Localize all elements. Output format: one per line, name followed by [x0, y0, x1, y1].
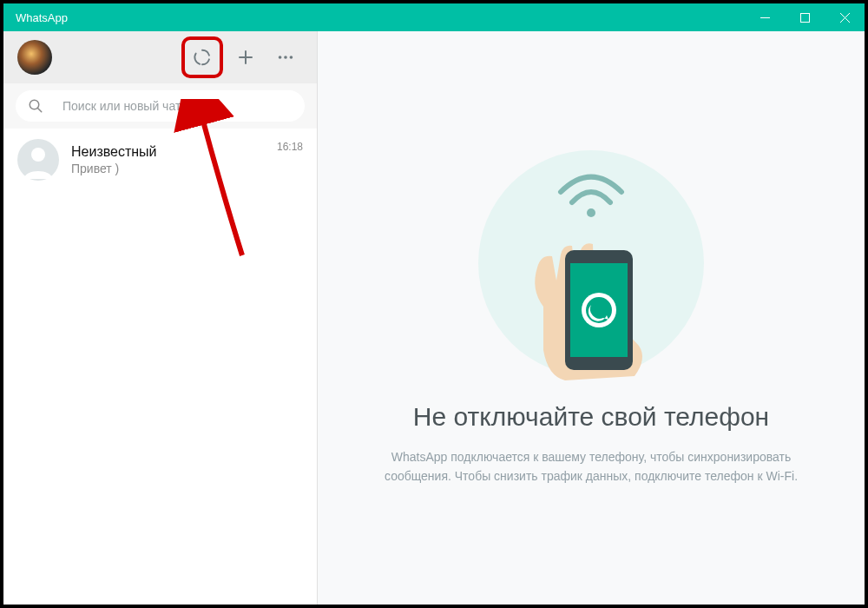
window-controls	[745, 3, 865, 31]
menu-button[interactable]	[268, 40, 303, 75]
svg-line-10	[37, 108, 42, 112]
chat-time: 16:18	[277, 141, 303, 153]
person-icon	[17, 139, 59, 181]
empty-subtext: WhatsApp подключается к вашему телефону,…	[385, 447, 798, 486]
svg-point-7	[284, 56, 287, 59]
subtext-line: сообщения. Чтобы снизить трафик данных, …	[385, 469, 798, 483]
search-icon	[28, 98, 43, 114]
svg-rect-1	[800, 13, 809, 22]
contact-avatar	[17, 139, 59, 181]
maximize-button[interactable]	[785, 3, 825, 31]
chat-list: Неизвестный Привет ) 16:18	[3, 129, 317, 605]
status-button[interactable]	[181, 36, 223, 78]
search-box[interactable]	[16, 90, 305, 122]
sidebar: Неизвестный Привет ) 16:18	[3, 31, 318, 605]
status-icon	[193, 48, 212, 67]
empty-illustration	[478, 150, 704, 376]
chat-preview: Привет )	[71, 162, 265, 175]
plus-icon	[235, 47, 256, 68]
svg-point-11	[31, 148, 45, 162]
app-title: WhatsApp	[16, 11, 68, 24]
dots-icon	[276, 48, 295, 67]
sidebar-header	[3, 31, 317, 83]
titlebar: WhatsApp	[3, 3, 865, 31]
app-body: Неизвестный Привет ) 16:18	[3, 31, 865, 605]
new-chat-button[interactable]	[228, 40, 263, 75]
header-actions	[181, 36, 303, 78]
search-container	[3, 83, 317, 129]
chat-name: Неизвестный	[71, 144, 265, 160]
svg-point-6	[279, 56, 282, 59]
main-panel: Не отключайте свой телефон WhatsApp подк…	[318, 31, 865, 605]
search-input[interactable]	[62, 99, 293, 113]
subtext-line: WhatsApp подключается к вашему телефону,…	[391, 450, 791, 464]
close-button[interactable]	[825, 3, 865, 31]
svg-point-8	[290, 56, 293, 59]
user-avatar[interactable]	[17, 40, 52, 75]
empty-headline: Не отключайте свой телефон	[413, 402, 769, 432]
hand-phone-icon	[504, 202, 678, 385]
minimize-button[interactable]	[745, 3, 785, 31]
chat-info: Неизвестный Привет )	[71, 144, 265, 175]
chat-item[interactable]: Неизвестный Привет ) 16:18	[3, 129, 317, 191]
